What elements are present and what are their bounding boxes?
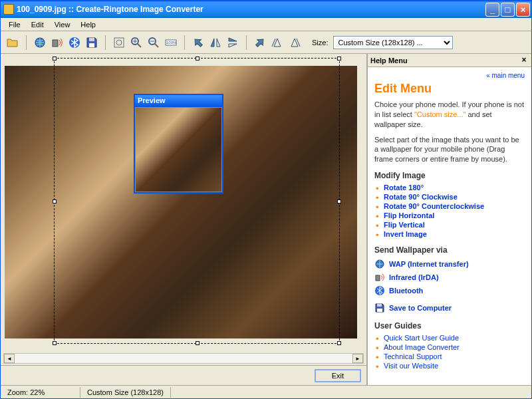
- handle-s[interactable]: [196, 341, 200, 345]
- rotate-left-icon[interactable]: [190, 35, 206, 51]
- handle-w[interactable]: [53, 200, 57, 203]
- scroll-right-icon[interactable]: ►: [352, 354, 363, 363]
- bluetooth-icon[interactable]: [66, 35, 82, 51]
- skew-v-icon[interactable]: [287, 35, 303, 51]
- globe-icon: [374, 259, 385, 269]
- wap-globe-icon[interactable]: [32, 35, 48, 51]
- help-panel: Help Menu × « main menu Edit Menu Choice…: [366, 54, 531, 385]
- handle-sw[interactable]: [53, 341, 57, 345]
- exit-button[interactable]: Exit: [315, 369, 361, 382]
- zoom-in-icon[interactable]: [128, 35, 144, 51]
- handle-e[interactable]: [337, 200, 341, 203]
- infrared-icon[interactable]: [49, 35, 65, 51]
- menu-view[interactable]: View: [49, 19, 76, 30]
- statusbar: Zoom: 22% Custom Size (128x128): [1, 385, 531, 398]
- size-label: Size:: [312, 39, 328, 47]
- app-icon: [3, 4, 14, 15]
- svg-rect-5: [114, 38, 124, 47]
- irda-icon: [374, 272, 385, 283]
- help-heading: Edit Menu: [374, 82, 525, 96]
- svg-rect-12: [376, 275, 380, 281]
- menu-file[interactable]: File: [3, 19, 26, 30]
- flip-h-icon[interactable]: [207, 35, 223, 51]
- website-link[interactable]: Visit our Website: [384, 362, 438, 370]
- zoom-fit-icon[interactable]: [111, 35, 127, 51]
- disk-icon: [374, 303, 385, 313]
- svg-rect-3: [89, 38, 94, 41]
- send-heading: Send Wallpaper via: [374, 245, 525, 255]
- skew-h-icon[interactable]: [269, 35, 285, 51]
- status-size: Custom Size (128x128): [80, 387, 171, 398]
- menu-edit[interactable]: Edit: [26, 19, 49, 30]
- svg-text:100%: 100%: [166, 41, 177, 45]
- handle-nw[interactable]: [53, 57, 57, 61]
- svg-rect-15: [377, 309, 382, 312]
- flip-horizontal-link[interactable]: Flip Horizontal: [384, 211, 434, 219]
- menu-help[interactable]: Help: [75, 19, 101, 30]
- invert-image-link[interactable]: Invert Image: [384, 230, 427, 238]
- handle-ne[interactable]: [337, 57, 341, 61]
- rotate-90-cw-link[interactable]: Rotate 90° Clockwise: [384, 193, 458, 201]
- quick-start-link[interactable]: Quick Start User Guide: [384, 334, 459, 342]
- save-link[interactable]: Save to Computer: [389, 304, 452, 312]
- irda-link[interactable]: Infrared (IrDA): [389, 273, 439, 281]
- help-close-icon[interactable]: ×: [519, 56, 529, 65]
- bluetooth-small-icon: [374, 285, 385, 296]
- support-link[interactable]: Technical Support: [384, 352, 442, 360]
- maximize-button[interactable]: □: [501, 3, 515, 17]
- guides-heading: User Guides: [374, 321, 525, 331]
- main-menu-link[interactable]: « main menu: [486, 72, 525, 79]
- handle-n[interactable]: [196, 57, 200, 61]
- open-file-icon[interactable]: [5, 35, 21, 51]
- zoom-out-icon[interactable]: [146, 35, 162, 51]
- rotate-180-link[interactable]: Rotate 180°: [384, 184, 424, 192]
- menubar: File Edit View Help: [1, 18, 531, 31]
- rotate-right-icon[interactable]: [252, 35, 268, 51]
- scroll-left-icon[interactable]: ◄: [4, 354, 15, 363]
- about-link[interactable]: About Image Converter: [384, 343, 460, 351]
- svg-rect-14: [377, 304, 382, 307]
- svg-rect-4: [89, 43, 94, 47]
- help-paragraph-2: Select part of the image thats you want …: [374, 135, 525, 165]
- window-title: 100_0909.jpg :: Create-Ringtone Image Co…: [17, 5, 485, 14]
- toolbar: 100% Size: Custom Size (128x128) ...: [1, 31, 531, 54]
- svg-rect-1: [53, 40, 58, 47]
- zoom-100-icon[interactable]: 100%: [163, 35, 179, 51]
- titlebar[interactable]: 100_0909.jpg :: Create-Ringtone Image Co…: [1, 1, 531, 18]
- rotate-90-ccw-link[interactable]: Rotate 90° Counterclockwise: [384, 202, 484, 210]
- close-button[interactable]: ×: [516, 3, 530, 17]
- modify-list: Rotate 180° Rotate 90° Clockwise Rotate …: [374, 183, 525, 239]
- bluetooth-link[interactable]: Bluetooth: [389, 287, 423, 295]
- help-paragraph-1: Choice your phone model. If your phone i…: [374, 100, 525, 130]
- size-select[interactable]: Custom Size (128x128) ...: [333, 36, 453, 49]
- minimize-button[interactable]: _: [485, 3, 499, 17]
- canvas-area[interactable]: Preview: [1, 54, 366, 352]
- preview-window[interactable]: Preview: [134, 94, 223, 194]
- status-zoom: Zoom: 22%: [1, 387, 80, 398]
- handle-se[interactable]: [337, 341, 341, 345]
- flip-v-icon[interactable]: [225, 35, 241, 51]
- modify-heading: Modify Image: [374, 171, 525, 180]
- svg-point-6: [116, 40, 122, 45]
- wap-link[interactable]: WAP (Internet transfer): [389, 260, 469, 268]
- help-title: Help Menu: [370, 57, 408, 65]
- flip-vertical-link[interactable]: Flip Vertical: [384, 221, 425, 229]
- preview-title[interactable]: Preview: [135, 95, 222, 107]
- save-icon[interactable]: [84, 35, 100, 51]
- preview-image: [135, 107, 222, 192]
- h-scrollbar[interactable]: ◄ ►: [3, 353, 364, 364]
